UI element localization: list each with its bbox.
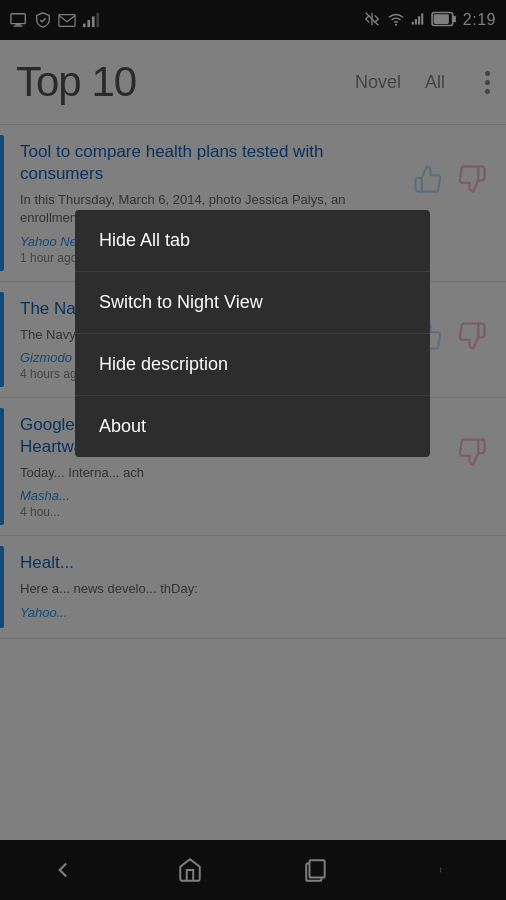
- switch-night-view-button[interactable]: Switch to Night View: [75, 272, 430, 334]
- dropdown-menu: Hide All tab Switch to Night View Hide d…: [75, 210, 430, 457]
- about-button[interactable]: About: [75, 396, 430, 457]
- dropdown-overlay[interactable]: Hide All tab Switch to Night View Hide d…: [0, 0, 506, 900]
- hide-description-button[interactable]: Hide description: [75, 334, 430, 396]
- hide-all-tab-button[interactable]: Hide All tab: [75, 210, 430, 272]
